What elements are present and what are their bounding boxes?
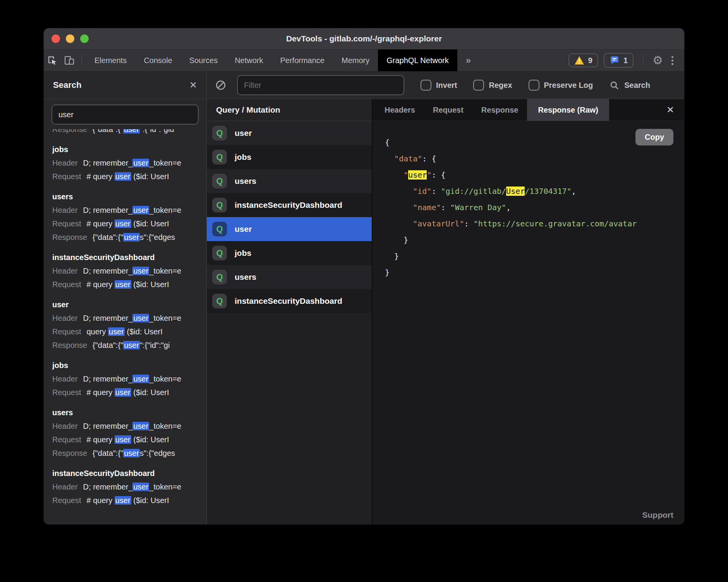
search-result-line[interactable]: Request# query user ($id: UserI — [52, 386, 198, 399]
messages-badge[interactable]: 1 — [604, 53, 634, 68]
toolbar-tab-sources[interactable]: Sources — [181, 50, 226, 71]
response-tab-request[interactable]: Request — [424, 99, 472, 121]
toolbar-tab-memory[interactable]: Memory — [333, 50, 378, 71]
json-line: "name": "Warren Day", — [385, 199, 684, 216]
query-row-user[interactable]: Quser — [207, 217, 372, 241]
query-type-icon: Q — [212, 222, 227, 236]
toolbar-tab-graphql-network[interactable]: GraphQL Network — [378, 50, 457, 71]
window-title: DevTools - gitlab.com/-/graphql-explorer — [286, 34, 442, 43]
response-content: { "data": { "user": { "id": "gid://gitla… — [373, 121, 684, 524]
search-result-line[interactable]: Request# query user ($id: UserI — [52, 217, 198, 231]
query-panel-header: Query / Mutation — [207, 99, 372, 121]
more-tabs-chevron[interactable]: » — [457, 55, 479, 66]
devtools-window: DevTools - gitlab.com/-/graphql-explorer… — [43, 28, 685, 525]
search-result-line[interactable]: Request# query user ($id: UserI — [52, 170, 198, 183]
search-result-line[interactable]: Requestquery user ($id: UserI — [52, 325, 198, 339]
invert-checkbox[interactable]: Invert — [421, 80, 457, 91]
json-line: "id": "gid://gitlab/User/13704317", — [385, 183, 684, 199]
search-result-line[interactable]: Request# query user ($id: UserI — [52, 494, 198, 507]
panel-close-button[interactable]: ✕ — [666, 104, 674, 115]
query-row-user[interactable]: Quser — [207, 121, 372, 145]
query-row-label: users — [235, 272, 256, 282]
search-result-line[interactable]: HeaderD; remember_user_token=e — [52, 204, 198, 217]
device-toolbar-button[interactable] — [61, 50, 78, 71]
search-close-button[interactable]: ✕ — [189, 80, 197, 90]
query-row-label: instanceSecurityDashboard — [235, 296, 342, 306]
search-result-line[interactable]: HeaderD; remember_user_token=e — [52, 480, 198, 494]
query-row-instancesecuritydashboard[interactable]: QinstanceSecurityDashboard — [207, 193, 372, 217]
query-row-users[interactable]: Qusers — [207, 265, 372, 289]
device-toolbar-icon — [64, 55, 75, 66]
title-bar: DevTools - gitlab.com/-/graphql-explorer — [44, 28, 684, 50]
json-line: "avatarUrl": "https://secure.gravatar.co… — [385, 216, 684, 232]
clear-requests-button[interactable] — [212, 72, 229, 99]
search-result-line[interactable]: HeaderD; remember_user_token=e — [52, 156, 198, 170]
checkbox-icon — [421, 80, 431, 91]
inspect-cursor-icon — [46, 55, 58, 66]
warning-icon — [574, 56, 584, 65]
json-line: } — [385, 248, 684, 264]
kebab-icon — [671, 60, 673, 62]
preserve-log-checkbox[interactable]: Preserve Log — [529, 80, 593, 91]
toolbar-tab-elements[interactable]: Elements — [86, 50, 135, 71]
support-link[interactable]: Support — [642, 510, 673, 520]
chat-bubble-icon — [610, 55, 620, 65]
filter-input[interactable] — [237, 75, 404, 95]
main-menu-button[interactable] — [668, 56, 676, 65]
gear-icon: ⚙ — [652, 54, 663, 67]
toolbar-tab-console[interactable]: Console — [135, 50, 180, 71]
query-row-users[interactable]: Qusers — [207, 169, 372, 193]
warning-count: 9 — [588, 56, 592, 65]
query-row-label: instanceSecurityDashboard — [235, 200, 342, 210]
search-result-line[interactable]: HeaderD; remember_user_token=e — [52, 312, 198, 325]
search-toggle-button[interactable]: Search — [609, 80, 650, 91]
json-line: } — [385, 232, 684, 248]
search-panel: Search ✕ Response{"data":{"user":{"id":"… — [44, 72, 207, 524]
checkbox-icon — [529, 80, 539, 91]
search-result-line[interactable]: HeaderD; remember_user_token=e — [52, 419, 198, 433]
query-row-jobs[interactable]: Qjobs — [207, 241, 372, 265]
json-line: } — [385, 264, 684, 281]
search-result-line[interactable]: Response{"data":{"user":{"id":"gid — [52, 129, 198, 136]
response-tab-response[interactable]: Response — [472, 99, 527, 121]
copy-button[interactable]: Copy — [635, 129, 673, 146]
search-input[interactable] — [52, 104, 199, 125]
warnings-badge[interactable]: 9 — [568, 53, 598, 67]
query-row-instancesecuritydashboard[interactable]: QinstanceSecurityDashboard — [207, 289, 372, 313]
zoom-window-button[interactable] — [80, 34, 89, 43]
search-result-group-name: jobs — [52, 358, 198, 372]
inspect-element-button[interactable] — [44, 50, 61, 71]
query-row-label: user — [235, 128, 252, 138]
search-results: Response{"data":{"user":{"id":"gidjobsHe… — [44, 129, 206, 524]
block-icon — [215, 79, 227, 91]
search-result-group-name: instanceSecurityDashboard — [52, 466, 198, 480]
query-row-jobs[interactable]: Qjobs — [207, 145, 372, 169]
close-icon: ✕ — [666, 104, 674, 115]
query-list: QuserQjobsQusersQinstanceSecurityDashboa… — [207, 121, 372, 524]
search-result-line[interactable]: Response{"data":{"users":{"edges — [52, 447, 198, 460]
search-result-line[interactable]: Request# query user ($id: UserI — [52, 433, 198, 447]
kebab-icon — [671, 63, 673, 65]
toolbar-tab-network[interactable]: Network — [226, 50, 271, 71]
query-row-label: jobs — [235, 248, 251, 258]
regex-checkbox[interactable]: Regex — [473, 80, 512, 91]
minimize-window-button[interactable] — [66, 34, 74, 43]
close-window-button[interactable] — [52, 34, 60, 43]
checkbox-icon — [473, 80, 484, 91]
response-tab-response-raw-[interactable]: Response (Raw) — [527, 99, 609, 121]
search-panel-header: Search ✕ — [44, 72, 206, 99]
search-result-line[interactable]: Response{"data":{"user":{"id":"gi — [52, 339, 198, 352]
search-result-line[interactable]: Request# query user ($id: UserI — [52, 278, 198, 291]
query-row-label: jobs — [235, 152, 251, 162]
query-panel: Query / Mutation QuserQjobsQusersQinstan… — [207, 99, 373, 524]
query-type-icon: Q — [212, 246, 227, 260]
settings-button[interactable]: ⚙ — [652, 55, 663, 66]
search-result-line[interactable]: HeaderD; remember_user_token=e — [52, 264, 198, 278]
toolbar-tab-performance[interactable]: Performance — [272, 50, 333, 71]
response-tab-headers[interactable]: Headers — [376, 99, 424, 121]
response-panel: HeadersRequestResponseResponse (Raw) ✕ {… — [373, 99, 684, 524]
query-type-icon: Q — [212, 270, 227, 284]
search-result-group-name: users — [52, 406, 198, 419]
search-result-line[interactable]: HeaderD; remember_user_token=e — [52, 372, 198, 386]
search-result-line[interactable]: Response{"data":{"users":{"edges — [52, 231, 198, 244]
